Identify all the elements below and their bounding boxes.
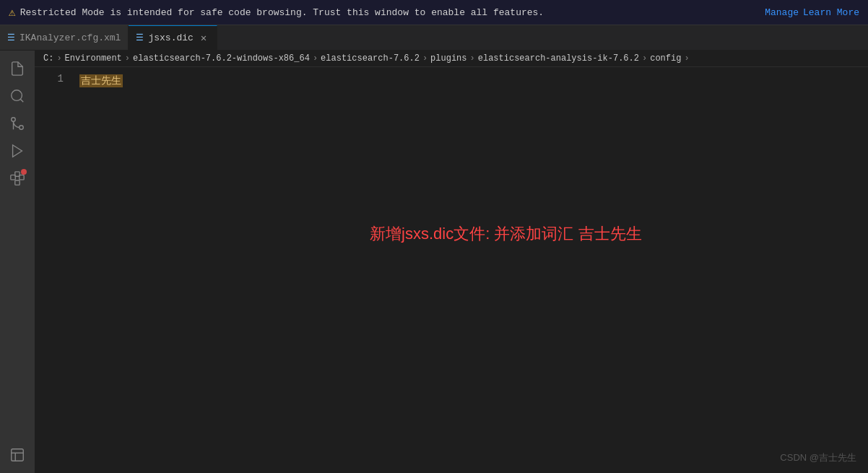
tab-bar: ☰ IKAnalyzer.cfg.xml ☰ jsxs.dic ✕ [0, 25, 868, 51]
restricted-mode-banner: ⚠ Restricted Mode is intended for safe c… [0, 0, 868, 25]
breadcrumb-item-es[interactable]: elasticsearch-7.6.2 [321, 53, 420, 64]
line-numbers: 1 [35, 67, 71, 401]
breadcrumb-item-plugins[interactable]: plugins [430, 53, 466, 64]
learn-more-link[interactable]: Learn More [803, 7, 859, 18]
warning-icon: ⚠ [9, 5, 16, 19]
vscode-container: ☰ IKAnalyzer.cfg.xml ☰ jsxs.dic ✕ [0, 25, 868, 473]
breadcrumb-sep-7: › [684, 53, 689, 64]
tab-jsxsdic-label: jsxs.dic [148, 32, 193, 43]
files-icon[interactable] [5, 56, 30, 81]
tab-ikanalyzer-label: IKAnalyzer.cfg.xml [19, 32, 121, 43]
svg-marker-4 [13, 145, 22, 157]
tab-jsxsdic-icon: ☰ [136, 32, 144, 43]
main-area: C: › Environment › elasticsearch-7.6.2-w… [0, 51, 868, 473]
svg-rect-8 [15, 181, 19, 185]
svg-point-2 [19, 126, 24, 130]
breadcrumb-sep-5: › [470, 53, 475, 64]
run-icon[interactable] [5, 139, 30, 163]
activity-bar [0, 51, 35, 473]
breadcrumb-sep-3: › [313, 53, 318, 64]
breadcrumb-item-environment[interactable]: Environment [65, 53, 122, 64]
code-content[interactable]: 吉士先生 [71, 67, 868, 401]
tab-jsxsdic-close[interactable]: ✕ [198, 30, 209, 45]
tab-jsxsdic[interactable]: ☰ jsxs.dic ✕ [129, 25, 217, 50]
breadcrumb-sep-2: › [125, 53, 130, 64]
breadcrumb: C: › Environment › elasticsearch-7.6.2-w… [35, 51, 868, 67]
breadcrumb-item-es-windows[interactable]: elasticsearch-7.6.2-windows-x86_64 [133, 53, 310, 64]
editor-area: C: › Environment › elasticsearch-7.6.2-w… [35, 51, 868, 473]
breadcrumb-item-ik[interactable]: elasticsearch-analysis-ik-7.6.2 [478, 53, 639, 64]
tab-ikanalyzer-icon: ☰ [7, 32, 15, 43]
breadcrumb-sep-4: › [422, 53, 428, 64]
source-control-icon[interactable] [5, 111, 30, 136]
watermark-area: CSDN @吉士先生 [35, 401, 868, 473]
csdn-watermark: CSDN @吉士先生 [780, 451, 856, 464]
svg-point-3 [12, 118, 16, 122]
search-icon[interactable] [5, 84, 30, 108]
breadcrumb-item-config[interactable]: config [650, 53, 681, 64]
tab-ikanalyzer[interactable]: ☰ IKAnalyzer.cfg.xml [0, 25, 129, 50]
code-line-1: 吉士先生 [79, 73, 868, 89]
breadcrumb-sep-6: › [642, 53, 647, 64]
svg-point-0 [12, 90, 22, 101]
svg-rect-9 [12, 449, 24, 461]
banner-message: Restricted Mode is intended for safe cod… [20, 7, 761, 18]
remote-icon[interactable] [5, 443, 30, 467]
breadcrumb-sep-1: › [56, 53, 61, 64]
code-selected-text-1: 吉士先生 [79, 74, 123, 87]
line-number-1: 1 [35, 73, 64, 84]
manage-link[interactable]: Manage [765, 7, 799, 18]
code-editor[interactable]: 1 吉士先生 新增jsxs.dic文件: 并添加词汇 吉士先生 [35, 67, 868, 401]
svg-line-1 [20, 99, 23, 102]
extensions-icon[interactable] [5, 166, 30, 191]
breadcrumb-item-c[interactable]: C: [43, 53, 53, 64]
